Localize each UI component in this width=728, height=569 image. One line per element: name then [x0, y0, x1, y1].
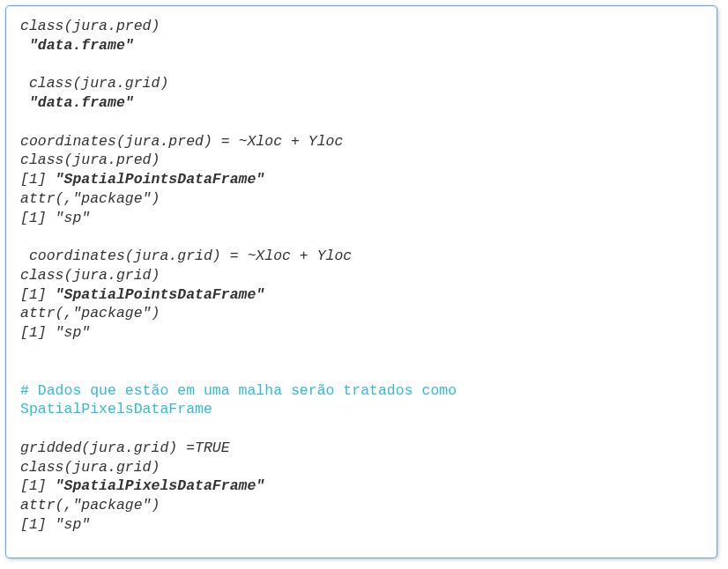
code-line: class(jura.pred) [20, 17, 702, 36]
code-line: [1] "SpatialPointsDataFrame" [20, 285, 702, 305]
code-line: attr(,"package") [20, 496, 702, 515]
code-line: class(jura.grid) [20, 74, 702, 93]
code-line: [1] "SpatialPixelsDataFrame" [20, 477, 702, 496]
code-line: class(jura.pred) [20, 151, 702, 170]
code-line [20, 362, 702, 381]
code-line [20, 113, 702, 132]
code-line: "data.frame" [20, 93, 702, 113]
code-line: [1] "SpatialPointsDataFrame" [20, 170, 702, 189]
code-line: attr(,"package") [20, 304, 702, 323]
code-line: # Dados que estão em uma malha serão tra… [20, 381, 702, 401]
code-line [20, 419, 702, 439]
code-line: coordinates(jura.pred) = ~Xloc + Yloc [20, 132, 702, 151]
code-line: [1] "sp" [20, 209, 702, 228]
code-line: attr(,"package") [20, 189, 702, 209]
code-line: "data.frame" [20, 36, 702, 55]
code-line: class(jura.grid) [20, 458, 702, 477]
code-line [20, 343, 702, 362]
code-line: coordinates(jura.grid) = ~Xloc + Yloc [20, 247, 702, 266]
code-line: class(jura.grid) [20, 266, 702, 285]
code-line: [1] "sp" [20, 515, 702, 535]
code-line [20, 55, 702, 75]
code-line: gridded(jura.grid) =TRUE [20, 439, 702, 458]
code-line: SpatialPixelsDataFrame [20, 400, 702, 419]
code-line [20, 227, 702, 247]
code-block: class(jura.pred) "data.frame" class(jura… [5, 5, 717, 558]
code-line: [1] "sp" [20, 323, 702, 343]
